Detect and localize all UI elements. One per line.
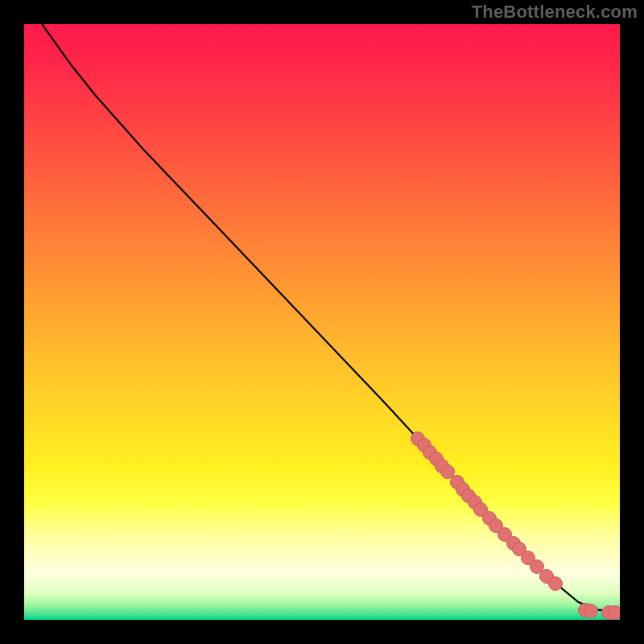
plot-area [24,24,620,620]
chart-frame: TheBottleneck.com [0,0,644,644]
data-point [608,605,620,620]
data-point [548,576,563,591]
bottleneck-curve [42,24,613,612]
watermark-text: TheBottleneck.com [472,2,638,23]
curve-layer [24,24,620,620]
